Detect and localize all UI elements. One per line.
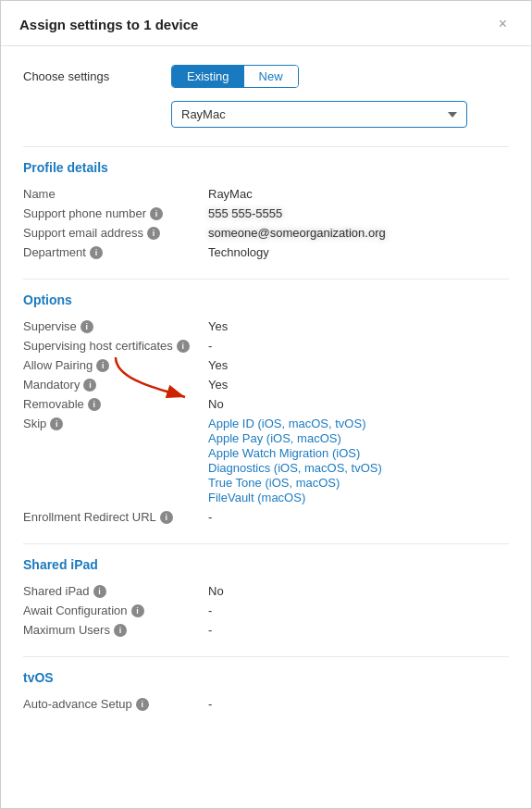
toggle-group: Existing New bbox=[171, 65, 299, 88]
profile-details-title: Profile details bbox=[23, 160, 509, 175]
label-max-users: Maximum Users i bbox=[23, 623, 208, 637]
value-shared-ipad: No bbox=[208, 584, 509, 598]
label-text: Allow Pairing bbox=[23, 358, 93, 372]
info-icon[interactable]: i bbox=[114, 624, 127, 637]
label-shared-ipad: Shared iPad i bbox=[23, 584, 208, 598]
table-row: Support email address i someone@someorga… bbox=[23, 223, 509, 243]
table-row-skip: Skip i Apple ID (iOS, macOS, tvOS) Apple… bbox=[23, 414, 509, 507]
info-icon[interactable]: i bbox=[147, 227, 160, 240]
info-icon[interactable]: i bbox=[83, 379, 96, 392]
label-text: Support phone number bbox=[23, 206, 146, 220]
label-text: Maximum Users bbox=[23, 623, 110, 637]
label-text: Shared iPad bbox=[23, 584, 90, 598]
skip-link-diagnostics[interactable]: Diagnostics (iOS, macOS, tvOS) bbox=[208, 461, 509, 475]
label-skip: Skip i bbox=[23, 417, 208, 430]
table-row: Supervising host certificates i - bbox=[23, 336, 509, 355]
options-section: Options Supervise i Yes Supervising host… bbox=[23, 292, 509, 527]
skip-link-filevault[interactable]: FileVault (macOS) bbox=[208, 491, 509, 504]
dropdown-row: RayMac bbox=[171, 101, 509, 128]
modal-title: Assign settings to 1 device bbox=[19, 17, 198, 32]
label-text: Await Configuration bbox=[23, 604, 128, 617]
divider-4 bbox=[23, 656, 509, 657]
skip-link-applepay[interactable]: Apple Pay (iOS, macOS) bbox=[208, 431, 509, 445]
table-row: Shared iPad i No bbox=[23, 581, 509, 601]
label-await-config: Await Configuration i bbox=[23, 604, 208, 617]
shared-ipad-section: Shared iPad Shared iPad i No Await Confi… bbox=[23, 557, 509, 640]
skip-link-appleid[interactable]: Apple ID (iOS, macOS, tvOS) bbox=[208, 417, 509, 430]
skip-link-truetone[interactable]: True Tone (iOS, macOS) bbox=[208, 476, 509, 490]
shared-ipad-title: Shared iPad bbox=[23, 557, 509, 572]
label-host-certs: Supervising host certificates i bbox=[23, 339, 208, 353]
options-title: Options bbox=[23, 292, 509, 307]
label-text: Enrollment Redirect URL bbox=[23, 510, 156, 524]
table-row: Auto-advance Setup i - bbox=[23, 694, 509, 714]
profile-dropdown[interactable]: RayMac bbox=[171, 101, 467, 128]
label-supervise: Supervise i bbox=[23, 319, 208, 333]
tvos-title: tvOS bbox=[23, 670, 509, 685]
info-icon[interactable]: i bbox=[177, 340, 190, 353]
value-mandatory: Yes bbox=[208, 378, 509, 392]
value-pairing: Yes bbox=[208, 358, 509, 372]
value-email: someone@someorganization.org bbox=[208, 226, 509, 240]
label-removable: Removable i bbox=[23, 397, 208, 411]
table-row: Name RayMac bbox=[23, 184, 509, 204]
label-text: Department bbox=[23, 245, 86, 259]
table-row: Mandatory i Yes bbox=[23, 375, 509, 394]
choose-settings-label: Choose settings bbox=[23, 69, 171, 83]
modal-container: Assign settings to 1 device × Choose set… bbox=[0, 0, 532, 809]
info-icon[interactable]: i bbox=[150, 207, 163, 220]
info-icon[interactable]: i bbox=[96, 359, 109, 372]
modal-body: Choose settings Existing New RayMac Prof… bbox=[1, 46, 531, 749]
info-icon[interactable]: i bbox=[80, 320, 93, 333]
shared-ipad-table: Shared iPad i No Await Configuration i -… bbox=[23, 581, 509, 640]
label-dept: Department i bbox=[23, 245, 208, 259]
table-row: Support phone number i 555 555-5555 bbox=[23, 204, 509, 223]
divider-1 bbox=[23, 146, 509, 147]
label-auto-advance: Auto-advance Setup i bbox=[23, 697, 208, 711]
table-row: Allow Pairing i Yes bbox=[23, 355, 509, 375]
value-name: RayMac bbox=[208, 187, 509, 201]
tvos-section: tvOS Auto-advance Setup i - bbox=[23, 670, 509, 714]
info-icon[interactable]: i bbox=[93, 585, 106, 598]
info-icon[interactable]: i bbox=[136, 698, 149, 711]
tvos-table: Auto-advance Setup i - bbox=[23, 694, 509, 714]
choose-settings-row: Choose settings Existing New bbox=[23, 65, 509, 88]
modal-header: Assign settings to 1 device × bbox=[1, 1, 531, 46]
label-text: Supervise bbox=[23, 319, 77, 333]
new-button[interactable]: New bbox=[244, 66, 298, 87]
table-row-removable: Removable i No bbox=[23, 394, 509, 414]
label-mandatory: Mandatory i bbox=[23, 378, 208, 392]
table-row: Supervise i Yes bbox=[23, 317, 509, 336]
table-row: Await Configuration i - bbox=[23, 601, 509, 620]
label-text: Mandatory bbox=[23, 378, 80, 392]
value-auto-advance: - bbox=[208, 697, 509, 711]
label-enrollment-url: Enrollment Redirect URL i bbox=[23, 510, 208, 524]
label-text: Name bbox=[23, 187, 56, 201]
profile-details-table: Name RayMac Support phone number i 555 5… bbox=[23, 184, 509, 262]
value-skip: Apple ID (iOS, macOS, tvOS) Apple Pay (i… bbox=[208, 417, 509, 504]
close-button[interactable]: × bbox=[493, 14, 513, 34]
label-pairing: Allow Pairing i bbox=[23, 358, 208, 372]
value-enrollment-url: - bbox=[208, 510, 509, 524]
value-supervise: Yes bbox=[208, 319, 509, 333]
label-email: Support email address i bbox=[23, 226, 208, 240]
label-text: Support email address bbox=[23, 226, 143, 240]
info-icon[interactable]: i bbox=[160, 511, 173, 524]
table-row: Department i Technology bbox=[23, 243, 509, 262]
table-row: Maximum Users i - bbox=[23, 620, 509, 640]
skip-link-applewatch[interactable]: Apple Watch Migration (iOS) bbox=[208, 446, 509, 460]
divider-3 bbox=[23, 543, 509, 544]
existing-button[interactable]: Existing bbox=[172, 66, 244, 87]
profile-details-section: Profile details Name RayMac Support phon… bbox=[23, 160, 509, 262]
value-max-users: - bbox=[208, 623, 509, 637]
label-text: Supervising host certificates bbox=[23, 339, 173, 353]
label-phone: Support phone number i bbox=[23, 206, 208, 220]
value-await-config: - bbox=[208, 604, 509, 617]
info-icon[interactable]: i bbox=[131, 604, 144, 617]
value-dept: Technology bbox=[208, 245, 509, 259]
value-host-certs: - bbox=[208, 339, 509, 353]
info-icon[interactable]: i bbox=[50, 417, 63, 430]
info-icon[interactable]: i bbox=[90, 246, 103, 259]
info-icon[interactable]: i bbox=[88, 398, 101, 411]
divider-2 bbox=[23, 279, 509, 280]
